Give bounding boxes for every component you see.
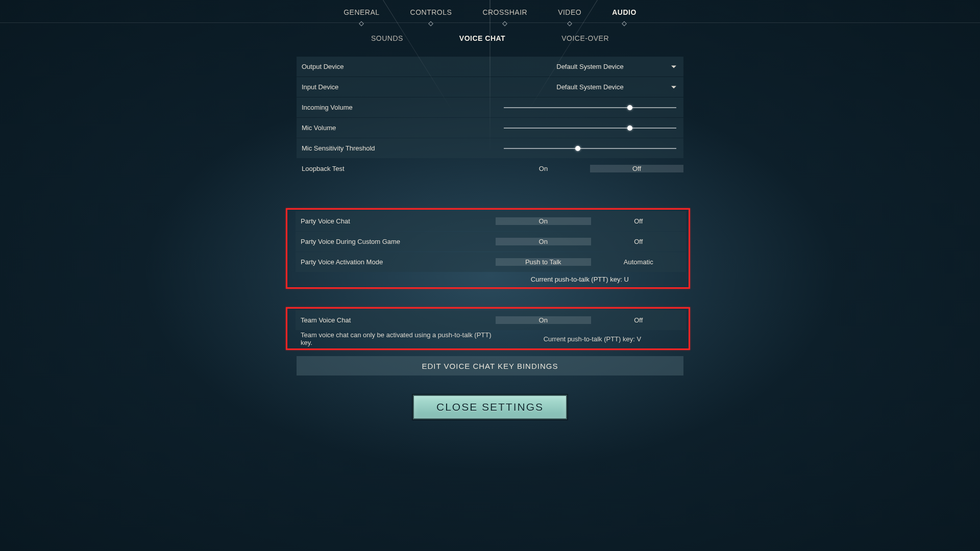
row-loopback-test: Loopback Test On Off bbox=[297, 159, 683, 179]
toggle-party-voice-on[interactable]: On bbox=[496, 217, 591, 225]
label-party-voice-custom: Party Voice During Custom Game bbox=[296, 238, 496, 245]
label-incoming-volume: Incoming Volume bbox=[297, 104, 497, 111]
dropdown-input-device[interactable]: Default System Device bbox=[497, 77, 683, 97]
row-party-voice-chat: Party Voice Chat On Off bbox=[296, 211, 686, 231]
tab-general[interactable]: GENERAL bbox=[340, 6, 382, 22]
slider-mic-volume[interactable] bbox=[497, 118, 683, 138]
label-team-voice-chat: Team Voice Chat bbox=[296, 316, 496, 324]
toggle-party-automatic[interactable]: Automatic bbox=[591, 258, 687, 266]
toggle-team-voice-on[interactable]: On bbox=[496, 316, 591, 324]
label-party-voice-chat: Party Voice Chat bbox=[296, 217, 496, 225]
subtab-voice-over[interactable]: VOICE-OVER bbox=[561, 34, 609, 42]
close-settings-button[interactable]: CLOSE SETTINGS bbox=[413, 395, 567, 419]
slider-thumb[interactable] bbox=[627, 126, 632, 131]
tab-controls[interactable]: CONTROLS bbox=[407, 6, 455, 22]
highlight-team-section: Team Voice Chat On Off Team voice chat c… bbox=[286, 307, 690, 350]
tab-audio[interactable]: AUDIO bbox=[609, 6, 640, 22]
hint-party-ptt-key: Current push-to-talk (PTT) key: U bbox=[296, 272, 686, 286]
hint-team-left: Team voice chat can only be activated us… bbox=[296, 331, 499, 346]
toggle-party-ptt[interactable]: Push to Talk bbox=[496, 258, 591, 266]
slider-mic-sensitivity[interactable] bbox=[497, 138, 683, 158]
hint-team-right: Current push-to-talk (PTT) key: V bbox=[499, 335, 686, 343]
subtab-sounds[interactable]: SOUNDS bbox=[371, 34, 403, 42]
subtab-voice-chat[interactable]: VOICE CHAT bbox=[459, 34, 505, 42]
toggle-loopback-on[interactable]: On bbox=[497, 165, 590, 172]
tab-crosshair[interactable]: CROSSHAIR bbox=[479, 6, 530, 22]
label-loopback-test: Loopback Test bbox=[297, 165, 497, 172]
tab-video[interactable]: VIDEO bbox=[555, 6, 584, 22]
slider-thumb[interactable] bbox=[627, 105, 632, 110]
row-party-voice-custom: Party Voice During Custom Game On Off bbox=[296, 232, 686, 252]
label-input-device: Input Device bbox=[297, 83, 497, 91]
edit-voice-keybindings-button[interactable]: EDIT VOICE CHAT KEY BINDINGS bbox=[297, 356, 683, 375]
label-output-device: Output Device bbox=[297, 63, 497, 70]
toggle-team-voice-off[interactable]: Off bbox=[591, 316, 687, 324]
toggle-loopback-off[interactable]: Off bbox=[590, 165, 683, 172]
toggle-party-custom-on[interactable]: On bbox=[496, 238, 591, 245]
label-party-activation-mode: Party Voice Activation Mode bbox=[296, 258, 496, 266]
hint-team-voice: Team voice chat can only be activated us… bbox=[296, 331, 686, 347]
label-mic-volume: Mic Volume bbox=[297, 124, 497, 132]
slider-incoming-volume[interactable] bbox=[497, 97, 683, 117]
row-team-voice-chat: Team Voice Chat On Off bbox=[296, 310, 686, 330]
label-mic-sensitivity: Mic Sensitivity Threshold bbox=[297, 144, 497, 152]
chevron-down-icon bbox=[671, 65, 676, 68]
highlight-party-section: Party Voice Chat On Off Party Voice Duri… bbox=[286, 208, 690, 289]
row-party-activation-mode: Party Voice Activation Mode Push to Talk… bbox=[296, 252, 686, 272]
slider-thumb[interactable] bbox=[575, 146, 580, 151]
toggle-party-voice-off[interactable]: Off bbox=[591, 217, 687, 225]
dropdown-output-device[interactable]: Default System Device bbox=[497, 57, 683, 77]
toggle-party-custom-off[interactable]: Off bbox=[591, 238, 687, 245]
chevron-down-icon bbox=[671, 86, 676, 88]
tab-bar: GENERAL CONTROLS CROSSHAIR VIDEO AUDIO bbox=[0, 0, 980, 23]
